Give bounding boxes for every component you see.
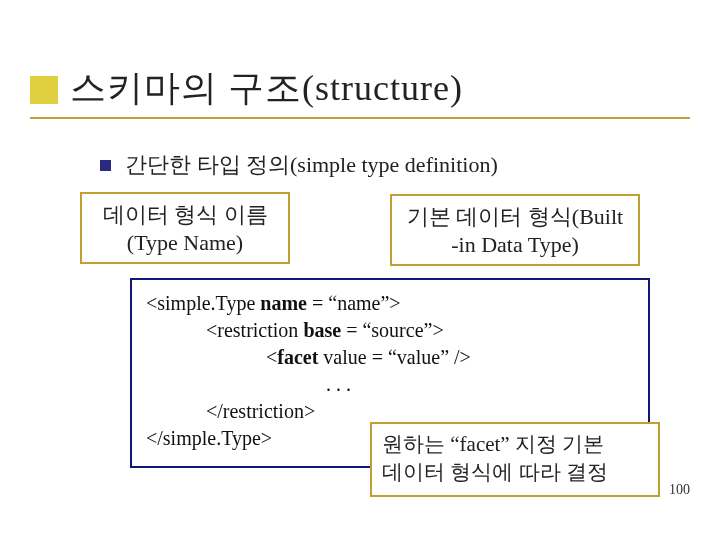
code-line: <facet value = “value” />	[146, 344, 634, 371]
callout-line: 데이터 형식에 따라 결정	[382, 458, 648, 486]
callout-line: 기본 데이터 형식(Built	[402, 202, 628, 232]
callout-line: 데이터 형식 이름	[92, 200, 278, 230]
title-bullet-icon	[30, 76, 58, 104]
code-line: <restriction base = “source”>	[146, 317, 634, 344]
code-line: </restriction>	[146, 398, 634, 425]
code-line: . . .	[146, 371, 634, 398]
page-number: 100	[669, 482, 690, 498]
callout-builtin-type: 기본 데이터 형식(Built -in Data Type)	[390, 194, 640, 266]
slide-title: 스키마의 구조(structure)	[70, 64, 463, 117]
callout-facet: 원하는 “facet” 지정 기본 데이터 형식에 따라 결정	[370, 422, 660, 497]
bullet-text: 간단한 타입 정의(simple type definition)	[125, 150, 498, 180]
callout-line: (Type Name)	[92, 230, 278, 256]
callout-line: -in Data Type)	[402, 232, 628, 258]
slide-title-bar: 스키마의 구조(structure)	[30, 64, 690, 119]
code-line: <simple.Type name = “name”>	[146, 290, 634, 317]
callout-type-name: 데이터 형식 이름 (Type Name)	[80, 192, 290, 264]
callout-line: 원하는 “facet” 지정 기본	[382, 430, 648, 458]
square-bullet-icon	[100, 160, 111, 171]
bullet-item: 간단한 타입 정의(simple type definition)	[100, 150, 498, 180]
